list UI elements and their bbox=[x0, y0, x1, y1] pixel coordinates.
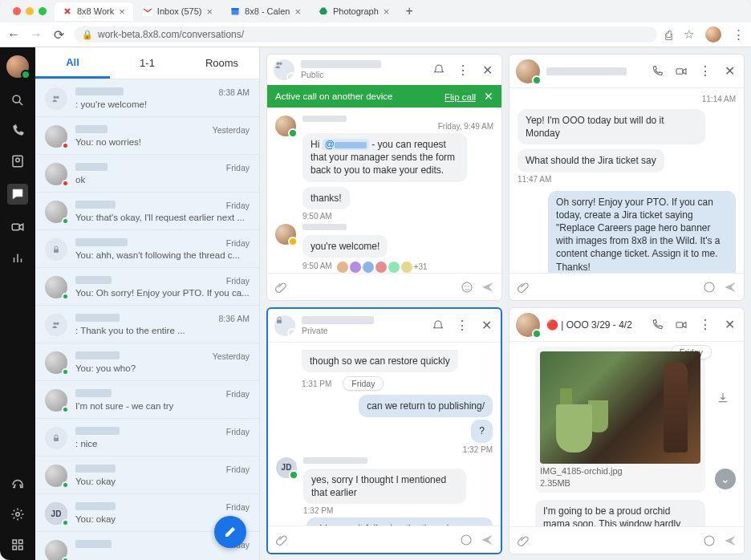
conversation-item[interactable]: You: ahh, wasn't following the thread c.… bbox=[35, 230, 259, 268]
message-time: 11:47 AM bbox=[518, 175, 736, 184]
conversation-preview: You: Oh sorry! Enjoy your PTO. If you ca… bbox=[75, 288, 250, 298]
analytics-icon[interactable] bbox=[10, 250, 26, 266]
conversation-avatar bbox=[45, 427, 67, 449]
new-tab-button[interactable]: + bbox=[399, 4, 419, 18]
self-avatar[interactable] bbox=[6, 55, 29, 78]
chat-icon[interactable] bbox=[7, 184, 28, 205]
close-tab-icon[interactable]: × bbox=[207, 6, 213, 18]
menu-icon[interactable]: ⋮ bbox=[733, 27, 745, 42]
conversation-item[interactable]: : you're welcome! 8:38 AM bbox=[35, 79, 259, 117]
profile-avatar[interactable] bbox=[705, 26, 721, 43]
attach-icon[interactable] bbox=[274, 280, 288, 294]
sender-avatar[interactable] bbox=[275, 116, 296, 136]
reload-button[interactable]: ⟳ bbox=[51, 27, 66, 42]
close-tab-icon[interactable]: × bbox=[384, 6, 390, 18]
svg-rect-21 bbox=[54, 438, 59, 442]
app-favicon-icon bbox=[63, 6, 72, 16]
send-icon[interactable] bbox=[481, 280, 495, 294]
tab-all[interactable]: All bbox=[35, 47, 110, 79]
headset-icon[interactable] bbox=[10, 476, 26, 492]
conversation-list[interactable]: : you're welcome! 8:38 AM You: no worrie… bbox=[35, 79, 259, 560]
minimize-window-icon[interactable] bbox=[26, 7, 34, 15]
window-controls[interactable] bbox=[6, 7, 53, 15]
conversation-item[interactable]: You: that's okay, I'll request earlier n… bbox=[35, 193, 259, 230]
mention[interactable]: @ bbox=[323, 139, 369, 150]
send-icon[interactable] bbox=[723, 280, 737, 294]
conversation-item[interactable]: You: Oh sorry! Enjoy your PTO. If you ca… bbox=[35, 268, 259, 306]
conversation-item[interactable]: You: you who? Yesterday bbox=[35, 343, 259, 381]
message-bubble: ? bbox=[471, 420, 493, 442]
conversation-name-placeholder bbox=[75, 201, 116, 209]
conversation-time: Friday bbox=[226, 163, 250, 172]
browser-tab[interactable]: 8x8 Work × bbox=[55, 2, 133, 21]
maximize-window-icon[interactable] bbox=[39, 7, 47, 15]
settings-icon[interactable] bbox=[10, 506, 26, 522]
sender-avatar[interactable]: JD bbox=[276, 457, 297, 478]
more-icon[interactable]: ⋮ bbox=[455, 62, 471, 78]
conversation-time: Yesterday bbox=[213, 351, 250, 361]
bookmark-icon[interactable]: ☆ bbox=[684, 27, 694, 42]
notifications-icon[interactable] bbox=[431, 62, 447, 78]
reactions[interactable]: +31 bbox=[337, 262, 428, 273]
more-icon[interactable]: ⋮ bbox=[454, 318, 470, 334]
video-call-icon[interactable] bbox=[673, 63, 689, 79]
attach-icon[interactable] bbox=[274, 533, 289, 547]
chat-panel-private: Private ⋮ ✕ though so we can restore qui… bbox=[266, 307, 502, 554]
phone-icon[interactable] bbox=[10, 123, 26, 139]
call-icon[interactable] bbox=[649, 63, 665, 79]
image-thumbnail[interactable] bbox=[540, 351, 700, 464]
send-icon[interactable] bbox=[480, 533, 494, 547]
tab-oneone[interactable]: 1-1 bbox=[110, 47, 185, 79]
more-icon[interactable]: ⋮ bbox=[697, 317, 713, 333]
cast-icon[interactable]: ⎙ bbox=[665, 28, 672, 42]
close-icon[interactable]: ✕ bbox=[721, 63, 737, 79]
back-button[interactable]: ← bbox=[6, 27, 21, 42]
svg-point-28 bbox=[704, 282, 714, 292]
attach-icon[interactable] bbox=[516, 280, 530, 294]
browser-tab[interactable]: Inbox (575) × bbox=[135, 2, 221, 21]
sender-avatar[interactable] bbox=[275, 224, 296, 245]
scroll-down-button[interactable]: ⌄ bbox=[715, 469, 736, 489]
image-attachment[interactable]: IMG_4185-orchid.jpg 2.35MB bbox=[535, 347, 705, 493]
call-icon[interactable] bbox=[649, 317, 665, 333]
notifications-icon[interactable] bbox=[430, 318, 446, 334]
flip-call-link[interactable]: Flip call bbox=[445, 92, 476, 102]
close-icon[interactable]: ✕ bbox=[721, 317, 737, 333]
tab-rooms[interactable]: Rooms bbox=[185, 47, 259, 79]
forward-button[interactable]: → bbox=[29, 27, 43, 42]
search-icon[interactable] bbox=[10, 92, 26, 108]
download-icon[interactable] bbox=[716, 392, 729, 404]
more-icon[interactable]: ⋮ bbox=[697, 63, 713, 79]
apps-icon[interactable] bbox=[10, 537, 26, 553]
video-call-icon[interactable] bbox=[673, 317, 689, 333]
close-tab-icon[interactable]: × bbox=[119, 6, 125, 18]
browser-tab[interactable]: 8x8 - Calen × bbox=[222, 2, 309, 21]
conversation-item[interactable]: You: okay Friday bbox=[35, 457, 259, 494]
contact-avatar[interactable] bbox=[516, 59, 540, 83]
app-frame: All 1-1 Rooms : you're welcome! 8:38 AM … bbox=[0, 47, 751, 560]
close-window-icon[interactable] bbox=[13, 7, 21, 15]
emoji-icon[interactable] bbox=[459, 533, 473, 547]
conversation-item[interactable]: : Thank you to the entire ... 8:36 AM bbox=[35, 306, 259, 343]
close-icon[interactable]: ✕ bbox=[478, 318, 494, 334]
send-icon[interactable] bbox=[723, 534, 737, 548]
close-tab-icon[interactable]: × bbox=[294, 6, 301, 18]
conversation-avatar bbox=[45, 276, 67, 298]
emoji-icon[interactable] bbox=[702, 280, 716, 294]
emoji-icon[interactable] bbox=[702, 534, 716, 548]
contacts-icon[interactable] bbox=[10, 153, 26, 169]
conversation-item[interactable]: You: no worries! Yesterday bbox=[35, 117, 259, 155]
attach-icon[interactable] bbox=[516, 534, 530, 548]
conversation-avatar bbox=[45, 125, 67, 148]
video-icon[interactable] bbox=[10, 219, 26, 235]
close-icon[interactable]: ✕ bbox=[479, 62, 495, 78]
conversation-item[interactable]: : nice Friday bbox=[35, 419, 259, 457]
contact-avatar[interactable] bbox=[516, 313, 540, 337]
banner-close-icon[interactable]: ✕ bbox=[484, 90, 493, 103]
url-input[interactable]: 🔒 work-beta.8x8.com/conversations/ bbox=[74, 26, 657, 43]
compose-button[interactable] bbox=[214, 516, 246, 548]
conversation-item[interactable]: ok Friday bbox=[35, 155, 259, 193]
browser-tab[interactable]: Photograph × bbox=[311, 2, 397, 21]
emoji-icon[interactable] bbox=[460, 280, 474, 294]
conversation-item[interactable]: I'm not sure - we can try Friday bbox=[35, 381, 259, 419]
